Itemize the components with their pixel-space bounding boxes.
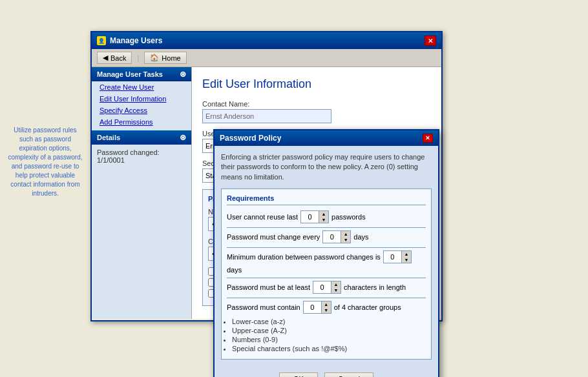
req-row-groups: Password must contain ▲ ▼ of 4 character… <box>227 301 426 314</box>
details-collapse-btn[interactable]: ⊛ <box>180 133 186 142</box>
req-reuse-prefix: User cannot reuse last <box>227 213 298 221</box>
contact-name-group: Contact Name: <box>202 100 431 123</box>
groups-spin-up[interactable]: ▲ <box>322 301 331 307</box>
policy-dialog-title: Password Policy <box>220 134 281 143</box>
req-length-prefix: Password must be at least <box>227 283 310 291</box>
sidebar: Manage User Tasks ⊛ Create New User Edit… <box>92 67 192 319</box>
req-reuse-suffix: passwords <box>331 213 366 221</box>
sidebar-item-add-permissions[interactable]: Add Permissions <box>92 116 191 128</box>
groups-spin-down[interactable]: ▼ <box>322 307 331 313</box>
groups-spin-arrows: ▲ ▼ <box>321 301 331 314</box>
divider-3 <box>227 278 426 278</box>
req-groups-prefix: Password must contain <box>227 303 300 311</box>
req-duration-prefix: Minimum duration between password change… <box>227 253 381 261</box>
sidebar-item-create-user[interactable]: Create New User <box>92 81 191 93</box>
length-spin-input[interactable] <box>313 281 331 294</box>
details-content: Password changed: 1/1/0001 <box>92 145 191 168</box>
policy-body: Enforcing a stricter password policy may… <box>215 146 438 366</box>
duration-spin-input[interactable] <box>383 250 401 263</box>
req-row-reuse: User cannot reuse last ▲ ▼ passwords <box>227 210 426 223</box>
main-close-button[interactable]: ✕ <box>425 36 436 46</box>
divider-2 <box>227 247 426 248</box>
home-icon: 🏠 <box>150 54 159 62</box>
char-group-uppercase: Upper-case (A-Z) <box>232 327 426 334</box>
title-bar-left: 👤 Manage Users <box>97 36 162 45</box>
details-section: Details ⊛ Password changed: 1/1/0001 <box>92 130 191 168</box>
char-group-lowercase: Lower-case (a-z) <box>232 318 426 325</box>
length-spin-down[interactable]: ▼ <box>331 287 341 293</box>
reuse-spin-up[interactable]: ▲ <box>319 211 328 217</box>
page-title: Edit User Information <box>202 77 431 91</box>
char-group-numbers: Numbers (0-9) <box>232 336 426 343</box>
duration-spin-up[interactable]: ▲ <box>402 251 411 257</box>
home-label: Home <box>162 54 180 62</box>
length-spin-arrows: ▲ ▼ <box>331 281 341 294</box>
char-groups-list: Lower-case (a-z) Upper-case (A-Z) Number… <box>232 318 426 352</box>
req-row-length: Password must be at least ▲ ▼ characters… <box>227 281 426 294</box>
main-window-title: Manage Users <box>110 36 162 45</box>
details-header-label: Details <box>97 134 120 141</box>
policy-ok-button[interactable]: OK <box>279 372 318 377</box>
change-spin-input[interactable] <box>322 230 341 243</box>
char-group-special: Special characters (such as !@#$%) <box>232 345 426 352</box>
tasks-header-label: Manage User Tasks <box>97 70 163 78</box>
divider: | <box>137 54 139 62</box>
duration-spin-wrapper: ▲ ▼ <box>383 250 412 263</box>
length-spin-up[interactable]: ▲ <box>331 281 341 287</box>
req-length-suffix: characters in length <box>344 283 406 291</box>
policy-cancel-button[interactable]: Cancel <box>324 372 373 377</box>
requirements-box: Requirements User cannot reuse last ▲ ▼ … <box>221 188 432 360</box>
tasks-header: Manage User Tasks ⊛ <box>92 67 191 81</box>
policy-intro-text: Enforcing a stricter password policy may… <box>221 152 432 182</box>
change-spin-wrapper: ▲ ▼ <box>322 230 351 243</box>
duration-spin-arrows: ▲ ▼ <box>401 250 412 263</box>
req-duration-suffix: days <box>227 266 242 274</box>
req-change-prefix: Password must change every <box>227 233 320 241</box>
sidebar-item-specify-access[interactable]: Specify Access <box>92 105 191 116</box>
contact-name-input[interactable] <box>202 109 331 123</box>
reuse-spin-wrapper: ▲ ▼ <box>300 210 329 223</box>
back-arrow-icon: ◀ <box>103 54 108 62</box>
requirements-title: Requirements <box>227 194 426 205</box>
groups-spin-wrapper: ▲ ▼ <box>303 301 331 314</box>
main-toolbar: ◀ Back | 🏠 Home <box>92 49 441 67</box>
divider-4 <box>227 298 426 298</box>
home-button[interactable]: 🏠 Home <box>144 52 186 64</box>
req-row-duration: Minimum duration between password change… <box>227 250 426 274</box>
details-header: Details ⊛ <box>92 130 191 145</box>
tasks-collapse-btn[interactable]: ⊛ <box>180 70 186 79</box>
policy-close-button[interactable]: ✕ <box>423 134 433 143</box>
main-title-bar: 👤 Manage Users ✕ <box>92 32 441 49</box>
groups-spin-input[interactable] <box>303 301 321 314</box>
contact-name-label: Contact Name: <box>202 100 431 108</box>
policy-dialog-buttons: OK Cancel <box>215 366 438 377</box>
req-row-change: Password must change every ▲ ▼ days <box>227 230 426 243</box>
reuse-spin-down[interactable]: ▼ <box>319 217 328 223</box>
reuse-spin-input[interactable] <box>300 210 319 223</box>
length-spin-wrapper: ▲ ▼ <box>313 281 341 294</box>
window-icon: 👤 <box>97 36 106 45</box>
policy-dialog: Password Policy ✕ Enforcing a stricter p… <box>213 129 439 377</box>
duration-spin-down[interactable]: ▼ <box>402 257 411 263</box>
divider-1 <box>227 227 426 228</box>
back-label: Back <box>110 54 126 62</box>
sidebar-item-edit-user[interactable]: Edit User Information <box>92 93 191 105</box>
tasks-section: Manage User Tasks ⊛ Create New User Edit… <box>92 67 191 128</box>
req-groups-suffix: of 4 character groups <box>334 303 401 311</box>
sidebar-hint-text: Utilize password rules such as password … <box>6 126 84 198</box>
req-change-suffix: days <box>353 233 368 241</box>
change-spin-up[interactable]: ▲ <box>341 231 350 237</box>
change-spin-down[interactable]: ▼ <box>341 237 350 243</box>
policy-title-bar: Password Policy ✕ <box>215 130 438 146</box>
back-button[interactable]: ◀ Back <box>97 52 132 64</box>
reuse-spin-arrows: ▲ ▼ <box>319 210 329 223</box>
change-spin-arrows: ▲ ▼ <box>341 230 351 243</box>
